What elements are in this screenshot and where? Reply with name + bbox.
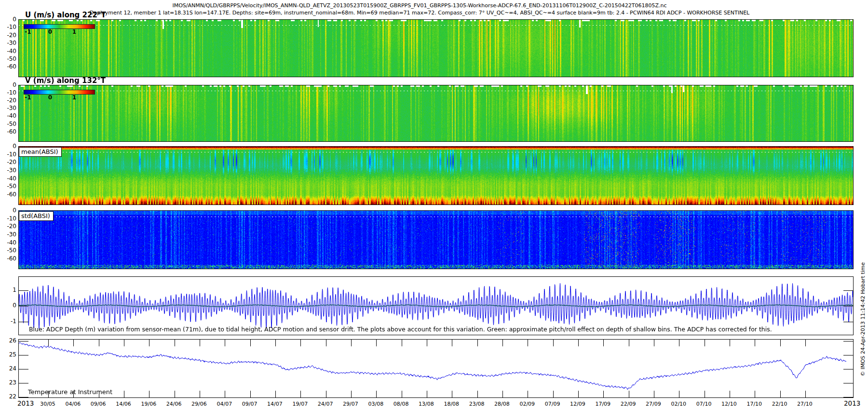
x-tick-label: 30/05 — [40, 401, 55, 407]
colorbar-tick-label: 1 — [72, 94, 76, 101]
depth-tick-label: -40 — [0, 240, 16, 246]
temperature-tick-label: 24 — [0, 366, 16, 371]
temperature-tick-label: 26 — [0, 338, 16, 343]
x-tick-label: 27/09 — [646, 401, 661, 407]
depth-tick-label: 0 — [0, 207, 16, 213]
depth-tick-label: -50 — [0, 56, 16, 62]
depth-variation-tick-label: 0 — [0, 302, 16, 308]
x-axis-year-left: 2013 — [17, 399, 34, 407]
panel-mean-absi-heatmap — [18, 146, 854, 205]
mean-absi-heatmap-canvas — [19, 147, 853, 205]
x-tick-label: 04/06 — [65, 401, 81, 407]
depth-tick-label: -10 — [0, 90, 16, 96]
mean-absi-label: mean(ABSI) — [19, 147, 62, 157]
x-tick-label: 13/08 — [419, 401, 434, 407]
depth-variation-note: Blue: ADCP Depth (m) variation from sens… — [29, 326, 772, 333]
depth-tick-label: -10 — [0, 24, 16, 30]
x-tick-label: 07/10 — [696, 401, 712, 407]
depth-tick-label: -10 — [0, 216, 16, 221]
depth-tick-label: -30 — [0, 105, 16, 111]
depth-tick-label: 0 — [0, 82, 16, 88]
x-axis-year-right: 2013 — [844, 399, 860, 407]
x-tick-label: 12/10 — [721, 401, 737, 407]
x-tick-label: 14/07 — [267, 401, 283, 407]
x-tick-label: 17/10 — [746, 401, 762, 407]
colorbar-tick-label: -1 — [25, 94, 31, 101]
panel-temperature — [18, 339, 854, 398]
depth-tick-label: -40 — [0, 48, 16, 54]
depth-tick-label: -20 — [0, 159, 16, 165]
depth-tick-label: -50 — [0, 183, 16, 189]
depth-tick-label: -60 — [0, 129, 16, 135]
depth-tick-label: -60 — [0, 256, 16, 261]
colorbar-tick-label: 0 — [48, 94, 52, 101]
x-tick-label: 29/06 — [191, 401, 207, 407]
x-tick-label: 24/06 — [166, 401, 182, 407]
panel-v-heatmap: -101 — [18, 85, 854, 142]
x-tick-label: 02/10 — [671, 401, 686, 407]
colorbar-tick-label: 0 — [48, 28, 52, 35]
depth-variation-tick-label: -1 — [0, 318, 16, 324]
std-absi-heatmap-canvas — [19, 211, 853, 269]
figure-title-line2: Deployment 12, member 1 lat=18.31S lon=1… — [0, 10, 839, 16]
x-tick-label: 27/10 — [797, 401, 813, 407]
figure-root: IMOS/ANMN/QLD/GBRPPS/Velocity/IMOS_ANMN-… — [0, 0, 868, 410]
u-velocity-heatmap-canvas — [19, 20, 853, 77]
figure-title-line1: IMOS/ANMN/QLD/GBRPPS/Velocity/IMOS_ANMN-… — [0, 2, 839, 9]
x-tick-label: 02/09 — [519, 401, 535, 407]
temperature-line-canvas — [19, 340, 853, 397]
imos-watermark: © IMOS 24-Apr-2013 11:14:42 Hobart time — [860, 262, 866, 377]
colorbar-tick-label: 1 — [72, 28, 76, 35]
u-colorbar — [24, 24, 95, 29]
x-tick-label: 19/06 — [141, 401, 156, 407]
temperature-tick-label: 25 — [0, 352, 16, 357]
depth-tick-label: -40 — [0, 113, 16, 119]
depth-tick-label: -60 — [0, 191, 16, 197]
depth-tick-label: -10 — [0, 151, 16, 157]
depth-tick-label: -20 — [0, 32, 16, 38]
x-tick-label: 04/07 — [217, 401, 232, 407]
x-tick-label: 09/06 — [91, 401, 106, 407]
x-tick-label: 22/10 — [772, 401, 787, 407]
x-tick-label: 23/08 — [469, 401, 485, 407]
depth-tick-label: -30 — [0, 167, 16, 173]
x-tick-label: 14/06 — [116, 401, 131, 407]
colorbar-tick-label: -1 — [25, 28, 31, 35]
depth-tick-label: -30 — [0, 232, 16, 237]
x-tick-label: 29/07 — [343, 401, 358, 407]
v-velocity-heatmap-canvas — [19, 85, 853, 141]
depth-tick-label: 0 — [0, 143, 16, 149]
x-tick-label: 12/09 — [570, 401, 585, 407]
x-tick-label: 19/07 — [292, 401, 308, 407]
x-tick-label: 07/09 — [545, 401, 560, 407]
x-tick-label: 22/09 — [621, 401, 636, 407]
depth-tick-label: -20 — [0, 223, 16, 229]
x-tick-label: 09/07 — [242, 401, 258, 407]
panel-u-title: U (m/s) along 222°T — [25, 11, 106, 19]
depth-tick-label: -60 — [0, 64, 16, 69]
v-colorbar — [24, 90, 95, 95]
depth-tick-label: -40 — [0, 176, 16, 181]
x-tick-label: 24/07 — [318, 401, 333, 407]
depth-tick-label: -50 — [0, 121, 16, 127]
x-tick-label: 17/09 — [595, 401, 610, 407]
panel-u-heatmap: -101 — [18, 19, 854, 77]
temperature-label: Temperature at Instrument — [28, 388, 112, 396]
depth-variation-tick-label: 1 — [0, 287, 16, 293]
depth-tick-label: -50 — [0, 247, 16, 253]
depth-tick-label: -30 — [0, 40, 16, 46]
temperature-tick-label: 23 — [0, 380, 16, 385]
panel-v-title: V (m/s) along 132°T — [25, 76, 106, 85]
x-tick-label: 08/08 — [393, 401, 409, 407]
x-tick-label: 28/08 — [494, 401, 510, 407]
x-tick-label: 03/08 — [368, 401, 383, 407]
x-tick-label: 18/08 — [444, 401, 459, 407]
std-absi-label: std(ABSI) — [19, 211, 54, 221]
depth-tick-label: 0 — [0, 16, 16, 22]
depth-tick-label: -20 — [0, 97, 16, 103]
temperature-tick-label: 22 — [0, 394, 16, 399]
panel-std-absi-heatmap — [18, 210, 854, 269]
